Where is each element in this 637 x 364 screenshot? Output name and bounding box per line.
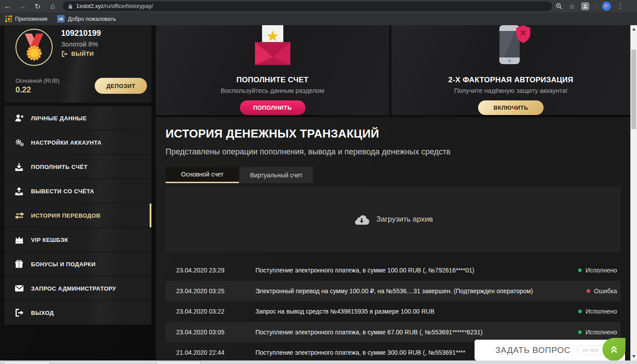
sidebar-menu: ЛИЧНЫЕ ДАННЫЕ НАСТРОЙКИ АККАУНТА ПОПОЛНИ…: [4, 106, 151, 325]
status-badge: Исполнено: [573, 267, 617, 274]
promo-title: 2-Х ФАКТОРНАЯ АВТОРИЗАЦИЯ: [448, 76, 573, 84]
home-icon[interactable]: ⌂: [45, 2, 60, 11]
phone-shield-icon: [490, 25, 531, 65]
exit-icon: [15, 308, 25, 317]
status-badge: Исполнено: [573, 308, 617, 315]
promo-subtitle: Получите надёжную защиту аккаунта!: [454, 87, 568, 94]
back-icon[interactable]: ←: [0, 2, 15, 10]
bookmarks-bar: Приложения vk Добро пожаловать: [0, 12, 637, 25]
sidebar-item-admin-request[interactable]: ЗАПРОС АДМИНИСТРАТОРУ: [4, 276, 151, 300]
extension-icon[interactable]: [581, 2, 589, 10]
tx-description: Запрос на вывод средств №439815935 в раз…: [255, 308, 573, 315]
tx-date: 23.04.2020 23:29: [176, 267, 255, 274]
table-row[interactable]: 23.04.2020 23:29 Поступление электронног…: [166, 260, 621, 281]
sidebar-item-withdraw[interactable]: ВЫВЕСТИ СО СЧЁТА: [4, 179, 151, 203]
download-archive-label: Загрузить архив: [376, 215, 433, 224]
sidebar-item-label: ЗАПРОС АДМИНИСТРАТОРУ: [31, 285, 116, 292]
bookmark-label: Добро пожаловать: [68, 16, 116, 22]
enable-2fa-button[interactable]: ВКЛЮЧИТЬ: [478, 100, 544, 115]
sidebar-item-label: БОНУСЫ И ПОДАРКИ: [31, 261, 96, 268]
sidebar-item-label: VIP КЕШБЭК: [31, 237, 68, 243]
tx-description: Поступление электронного платежа, в сумм…: [255, 267, 573, 274]
tx-description: Поступление электронного платежа, в сумм…: [255, 329, 573, 336]
sidebar-item-label: ИСТОРИЯ ПЕРЕВОДОВ: [31, 212, 100, 219]
lock-icon: [68, 4, 73, 9]
user-id: 109210199: [61, 29, 101, 38]
sidebar-item-transfer-history[interactable]: ИСТОРИЯ ПЕРЕВОДОВ: [4, 203, 151, 227]
status-dot-icon: [578, 310, 582, 313]
status-label: Ошибка: [594, 287, 617, 295]
address-bar[interactable]: 1xslot2.xyz/ru/office/historypay/: [63, 1, 552, 11]
envelope-star-icon: [254, 25, 291, 65]
sidebar-item-account-settings[interactable]: НАСТРОЙКИ АККАУНТА: [4, 130, 151, 154]
status-badge: Исполнено: [573, 329, 617, 336]
reload-icon[interactable]: ↻: [30, 2, 45, 11]
profile-avatar[interactable]: [602, 2, 611, 11]
status-dot-icon: [587, 289, 590, 293]
bookmark-label: Приложения: [15, 16, 47, 22]
menu-dots-icon[interactable]: ⋮: [617, 4, 624, 8]
zoom-icon[interactable]: [556, 3, 563, 10]
medal-icon: [21, 34, 47, 61]
tx-date: 23.04.2020 03:05: [176, 329, 255, 336]
page-subtitle: Представлены операции пополнения, вывода…: [166, 147, 451, 157]
logout-link[interactable]: ВЫЙТИ: [61, 50, 94, 57]
status-label: Исполнено: [586, 267, 617, 274]
browser-toolbar: ← → ↻ ⌂ 1xslot2.xyz/ru/office/historypay…: [0, 0, 637, 12]
promo-card-top-up: ПОПОЛНИТЕ СЧЕТ Воспользуйтесь данным раз…: [156, 25, 389, 115]
table-row[interactable]: 23.04.2020 03:25 Электронный перевод на …: [166, 281, 621, 302]
account-tabs: Основной счет Виртуальный счет: [166, 167, 313, 183]
page-background: 109210199 Золотой 8% ВЫЙТИ Основной (RUB…: [0, 25, 637, 364]
tx-description: Электронный перевод на сумму 100.00 ₽, н…: [255, 287, 581, 295]
tx-date: 23.04.2020 03:25: [176, 287, 255, 295]
sidebar-item-top-up[interactable]: ПОПОЛНИТЬ СЧЁТ: [4, 155, 151, 179]
status-dot-icon: [578, 330, 582, 334]
sidebar-item-exit[interactable]: ВЫХОД: [4, 301, 151, 325]
person-add-icon: [15, 114, 25, 123]
user-level: Золотой 8%: [61, 40, 98, 48]
download-archive-button[interactable]: Загрузить архив: [166, 187, 621, 252]
chat-open-button[interactable]: [602, 338, 625, 361]
sidebar-item-personal-data[interactable]: ЛИЧНЫЕ ДАННЫЕ: [4, 106, 151, 130]
user-card: 109210199 Золотой 8% ВЫЙТИ Основной (RUB…: [4, 25, 151, 103]
bookmark-star-icon[interactable]: ☆: [569, 2, 575, 11]
sidebar-item-label: ВЫВЕСТИ СО СЧЁТА: [31, 188, 94, 195]
page-title: ИСТОРИЯ ДЕНЕЖНЫХ ТРАНЗАКЦИЙ: [166, 127, 379, 141]
bottom-strip-segment: [4, 361, 50, 364]
forward-icon[interactable]: →: [15, 2, 30, 10]
url-path: /ru/office/historypay/: [104, 3, 153, 9]
tab-main-account[interactable]: Основной счет: [166, 167, 239, 183]
status-dot-icon: [578, 268, 582, 272]
bookmark-apps[interactable]: Приложения: [5, 15, 47, 22]
url-host: 1xslot2.xyz: [76, 3, 104, 9]
sidebar-item-label: НАСТРОЙКИ АККАУНТА: [31, 139, 102, 146]
bookmark-vk[interactable]: vk Добро пожаловать: [57, 15, 116, 23]
scroll-down-icon[interactable]: [632, 355, 636, 358]
vertical-scrollbar[interactable]: [630, 25, 637, 360]
status-badge: Ошибка: [581, 287, 617, 295]
gift-icon: [15, 260, 25, 268]
promo-title: ПОПОЛНИТЕ СЧЕТ: [236, 76, 309, 84]
bottom-strip-segment: [156, 361, 201, 364]
withdraw-upload-icon: [15, 187, 25, 195]
sidebar-item-bonuses[interactable]: БОНУСЫ И ПОДАРКИ: [4, 252, 151, 276]
tx-date: 23.04.2020 03:22: [176, 308, 255, 315]
promo-subtitle: Воспользуйтесь данным разделом: [221, 87, 324, 94]
chat-question-label: ЗАДАТЬ ВОПРОС: [495, 345, 571, 355]
scrollbar-thumb[interactable]: [631, 50, 636, 129]
sidebar-item-vip-cashback[interactable]: VIP КЕШБЭК: [4, 228, 151, 252]
logout-icon: [61, 51, 68, 57]
table-row[interactable]: 23.04.2020 03:22 Запрос на вывод средств…: [166, 301, 621, 322]
balance-amount: 0.22: [15, 85, 31, 95]
transfer-arrows-icon: [15, 211, 25, 220]
avatar: [15, 29, 53, 66]
tab-virtual-account[interactable]: Виртуальный счет: [239, 167, 313, 183]
scroll-up-icon[interactable]: [632, 28, 636, 31]
status-label: Исполнено: [586, 308, 617, 315]
sidebar-item-label: ПОПОЛНИТЬ СЧЁТ: [31, 164, 88, 170]
deposit-download-icon: [15, 162, 25, 171]
bottom-scrollbar-strip[interactable]: [0, 360, 637, 364]
chevrons-up-icon: [609, 345, 619, 354]
top-up-button[interactable]: ПОПОЛНИТЬ: [240, 100, 305, 115]
deposit-button[interactable]: ДЕПОЗИТ: [95, 78, 147, 94]
